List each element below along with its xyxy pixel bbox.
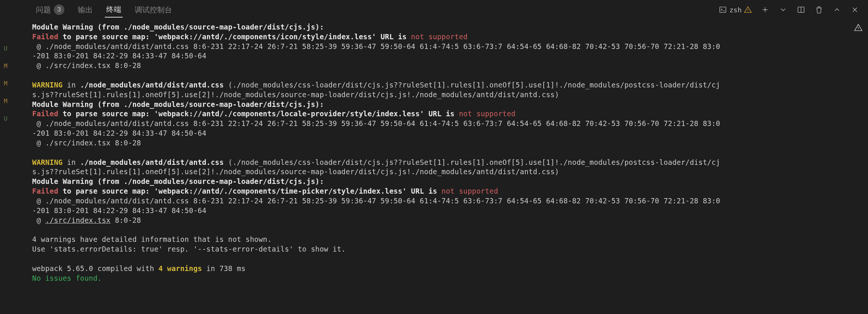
log-token: not supported [411,33,468,41]
log-line: -201 83:0-201 84:22-29 84:33-47 84:50-64 [32,129,207,137]
log-line: Module Warning (from ./node_modules/sour… [32,177,324,185]
log-token: to parse source map: 'webpack://antd/./c… [58,110,459,118]
kill-terminal-button[interactable] [814,5,824,15]
tab-terminal[interactable]: 终端 [105,2,123,18]
log-token: not supported [441,187,498,195]
log-token: to parse source map: 'webpack://antd/./c… [58,187,441,195]
active-shell[interactable]: zsh [719,6,752,14]
log-token: to parse source map: 'webpack://antd/./c… [58,33,411,41]
log-token: webpack 5.65.0 compiled with [32,264,159,273]
log-line: -201 83:0-201 84:22-29 84:33-47 84:50-64 [32,52,207,60]
log-token: Failed [32,33,58,41]
log-token: ./node_modules/antd/dist/antd.css [80,81,224,89]
scm-marker: M [4,80,7,87]
log-token: @ [32,216,45,224]
log-token: in [62,81,80,89]
log-link[interactable]: ./src/index.tsx [45,216,111,224]
scm-marker: M [4,62,7,70]
terminal-icon [719,6,727,14]
log-token: Failed [32,110,58,118]
tab-debug-console[interactable]: 调试控制台 [133,3,174,17]
log-line: 4 warnings have detailed information tha… [32,235,272,243]
log-line: @ ./src/index.tsx 8:0-28 [32,139,141,147]
log-token: in [62,158,80,166]
tab-problems[interactable]: 问题 3 [34,2,66,17]
log-line: @ ./node_modules/antd/dist/antd.css 8:6-… [32,119,720,127]
tab-label: 终端 [106,4,121,15]
scm-marker: U [4,115,7,122]
log-line: @ ./src/index.tsx 8:0-28 [32,61,141,70]
log-token: not supported [459,110,516,118]
log-line: Module Warning (from ./node_modules/sour… [32,100,324,108]
log-line: Use 'stats.errorDetails: true' resp. '--… [32,245,346,253]
log-line: Module Warning (from ./node_modules/sour… [32,23,324,31]
tab-label: 问题 [36,5,51,15]
new-terminal-button[interactable] [760,5,770,15]
tab-label: 输出 [78,5,93,15]
scm-gutter: U M M M U [0,0,11,314]
log-token: WARNING [32,158,62,166]
log-line: @ ./node_modules/antd/dist/antd.css 8:6-… [32,42,720,50]
log-token: in 738 ms [202,264,245,273]
warning-icon [744,6,752,14]
log-token: (./node_modules/css-loader/dist/cjs.js??… [224,158,720,166]
tab-output[interactable]: 输出 [76,3,94,17]
log-line: No issues found. [32,274,102,282]
tab-label: 调试控制台 [135,5,172,15]
panel-tabbar: 问题 3 输出 终端 调试控制台 zsh [11,0,868,19]
maximize-panel-button[interactable] [832,5,842,15]
shell-name: zsh [729,6,742,14]
log-token: Failed [32,187,58,195]
close-panel-button[interactable] [850,5,860,15]
log-line: @ ./node_modules/antd/dist/antd.css 8:6-… [32,197,720,205]
log-token: (./node_modules/css-loader/dist/cjs.js??… [224,81,720,89]
log-line: -201 83:0-201 84:22-29 84:33-47 84:50-64 [32,206,207,215]
log-line: s.js??ruleSet[1].rules[1].oneOf[5].use[2… [32,90,559,99]
problems-count-badge: 3 [54,4,64,15]
log-token: 8:0-28 [111,216,141,224]
split-terminal-button[interactable] [796,5,806,15]
log-token: WARNING [32,81,62,89]
log-line: s.js??ruleSet[1].rules[1].oneOf[5].use[2… [32,167,559,176]
log-token: 4 warnings [159,264,202,273]
terminal-split-dropdown[interactable] [778,5,788,15]
terminal-output[interactable]: Module Warning (from ./node_modules/sour… [11,19,868,314]
log-token: ./node_modules/antd/dist/antd.css [80,158,224,166]
scm-marker: U [4,45,7,52]
scm-marker: M [4,98,7,105]
svg-rect-0 [720,7,726,13]
